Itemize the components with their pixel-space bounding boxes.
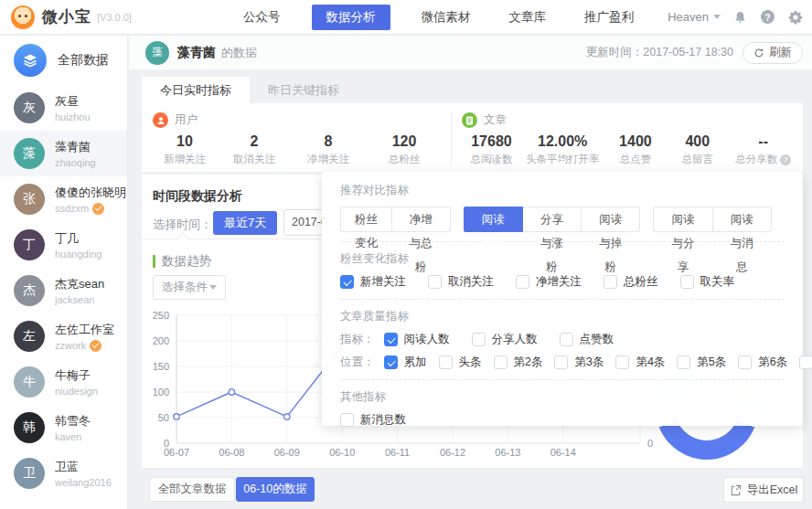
quality-metric-阅读人数[interactable]: 阅读人数: [384, 332, 450, 347]
recommend-group: 阅读与分享阅读与消息: [653, 207, 772, 232]
account-name: 杰克sean: [55, 276, 104, 292]
nav-item-推广盈利[interactable]: 推广盈利: [577, 5, 641, 30]
recommend-btn-分享与涨粉[interactable]: 分享与涨粉: [522, 207, 582, 232]
metric-头条平均打开率: 12.00%头条平均打开率: [521, 133, 604, 166]
account-name: 牛梅子: [55, 367, 98, 384]
period-card-title: 时间段数据分析: [153, 188, 242, 205]
metric-总阅读数: 17680总阅读数: [462, 133, 521, 166]
recommend-btn-阅读与掉粉[interactable]: 阅读与掉粉: [581, 207, 640, 232]
sidebar-account-huangding[interactable]: 丁丁几huangding: [0, 222, 127, 268]
other-option-新消息数[interactable]: 新消息数: [340, 412, 406, 428]
quality-metric-点赞数[interactable]: 点赞数: [560, 332, 614, 347]
avatar: 张: [14, 184, 45, 215]
checkbox-icon: [340, 275, 354, 289]
sidebar-account-huizhou[interactable]: 灰灰昼huizhou: [0, 85, 127, 131]
sidebar-account-weilang2016[interactable]: 卫卫蓝weilang2016: [0, 451, 127, 496]
metric-label: 总分享数?: [728, 153, 798, 166]
other-title: 其他指标: [340, 389, 785, 405]
settings-gear-icon[interactable]: [787, 9, 803, 25]
avatar: 灰: [14, 92, 45, 123]
sidebar-account-jacksean[interactable]: 杰杰克seanjacksean: [0, 268, 127, 313]
account-name: 韩雪冬: [55, 413, 91, 429]
checkbox-icon: [384, 355, 398, 369]
handle-text: kaven: [55, 431, 81, 442]
quality-position-第3条[interactable]: 第3条: [554, 355, 604, 370]
handle-text: huizhou: [55, 111, 91, 122]
nav-item-微信素材[interactable]: 微信素材: [414, 5, 478, 30]
metric-value: 8: [292, 133, 365, 150]
refresh-icon: [753, 48, 764, 58]
avatar: 韩: [14, 412, 45, 443]
quality-position-第2条[interactable]: 第2条: [494, 355, 543, 370]
fans-option-取关率[interactable]: 取关率: [680, 274, 735, 290]
range-last7days[interactable]: 最近7天: [213, 211, 277, 235]
sidebar-account-zzwork[interactable]: 左左佐工作室zzwork: [0, 313, 127, 359]
svg-text:06-12: 06-12: [440, 447, 465, 458]
quality-position-第5条[interactable]: 第5条: [677, 355, 726, 370]
help-icon[interactable]: ?: [760, 9, 775, 25]
nav-item-公众号[interactable]: 公众号: [236, 5, 288, 30]
user-menu[interactable]: Heaven: [668, 10, 721, 24]
condition-select[interactable]: 选择条件: [153, 275, 226, 300]
recommend-btn-净增与总粉[interactable]: 净增与总粉: [391, 207, 450, 232]
all-articles-button[interactable]: 全部文章数据: [149, 477, 235, 502]
recommend-btn-粉丝变化[interactable]: 粉丝变化: [340, 207, 392, 232]
account-data-header: 藻 藻青菌 的数据 更新时间：2017-05-17 18:30 刷新: [129, 36, 812, 70]
avatar: 杰: [14, 275, 45, 306]
sidebar-item-all-data[interactable]: 全部数据: [0, 36, 127, 85]
sidebar-account-zhaoqing[interactable]: 藻藻青菌zhaoqing: [0, 131, 127, 176]
avatar: 丁: [14, 229, 45, 260]
handle-text: zzwork: [55, 340, 86, 351]
all-data-label: 全部数据: [58, 52, 109, 69]
metric-label: 净增关注: [292, 153, 365, 166]
sidebar-account-ssdzxm[interactable]: 张傻傻的张晓明ssdzxm: [0, 176, 127, 222]
metric-总粉丝: 120总粉丝: [365, 133, 443, 166]
metric-value: 1400: [604, 133, 667, 150]
quality-position-第7条[interactable]: 第7条: [799, 355, 812, 370]
handle-text: jacksean: [55, 294, 94, 305]
export-excel-button[interactable]: 导出Excel: [723, 477, 804, 503]
sidebar-account-niudesign[interactable]: 牛牛梅子niudesign: [0, 359, 127, 405]
quality-position-累加[interactable]: 累加: [384, 355, 427, 370]
sidebar-account-kaven[interactable]: 韩韩雪冬kaven: [0, 405, 127, 451]
header-suffix: 的数据: [221, 45, 257, 61]
metric-help-icon[interactable]: ?: [780, 154, 791, 165]
section-marker: [153, 255, 155, 268]
user-icon: [153, 112, 168, 128]
metric-value: 12.00%: [521, 133, 604, 150]
quality-title: 文章质量指标: [340, 309, 785, 324]
svg-text:06-11: 06-11: [385, 447, 410, 458]
panel-notch: [176, 232, 188, 244]
layers-icon: [14, 44, 47, 77]
quality-position-第4条[interactable]: 第4条: [615, 355, 665, 370]
quality-position-第6条[interactable]: 第6条: [738, 355, 787, 370]
recommend-btn-阅读与分享[interactable]: 阅读与分享: [653, 207, 712, 232]
fans-option-新增关注[interactable]: 新增关注: [340, 274, 406, 290]
nav-item-数据分析[interactable]: 数据分析: [312, 5, 390, 30]
tab-today-realtime[interactable]: 今日实时指标: [142, 77, 250, 103]
trend-section-header: 数据趋势: [153, 253, 211, 270]
update-time: 更新时间：2017-05-17 18:30: [586, 45, 733, 60]
notification-bell-icon[interactable]: [732, 9, 748, 25]
fans-option-净增关注[interactable]: 净增关注: [516, 274, 582, 290]
day-data-button[interactable]: 06-10的数据: [236, 477, 315, 502]
metric-总留言: 400总留言: [667, 133, 728, 166]
metric-总分享数: --总分享数?: [728, 133, 798, 166]
quality-metric-分享人数[interactable]: 分享人数: [472, 332, 538, 347]
checkbox-icon: [428, 275, 442, 289]
account-handle: kaven: [55, 431, 91, 442]
quality-position-头条[interactable]: 头条: [439, 355, 482, 370]
tab-yesterday-key[interactable]: 昨日关键指标: [250, 77, 358, 103]
fans-option-总粉丝[interactable]: 总粉丝: [604, 274, 658, 290]
indicator-dropdown-panel: 推荐对比指标 粉丝变化净增与总粉阅读与涨粉分享与涨粉阅读与掉粉阅读与分享阅读与消…: [322, 172, 803, 426]
recommend-btn-阅读与涨粉[interactable]: 阅读与涨粉: [464, 207, 523, 232]
user-metrics-section: 用户 10新增关注2取消关注8净增关注120总粉丝: [142, 103, 451, 172]
recommend-btn-阅读与消息[interactable]: 阅读与消息: [712, 207, 772, 232]
refresh-button[interactable]: 刷新: [743, 42, 803, 64]
time-select-label: 选择时间：: [153, 217, 212, 233]
checkbox-icon: [472, 333, 486, 346]
nav-item-文章库[interactable]: 文章库: [502, 5, 554, 30]
checkbox-icon: [560, 333, 573, 346]
header-account-name: 藻青菌: [177, 45, 216, 61]
fans-option-取消关注[interactable]: 取消关注: [428, 274, 494, 290]
